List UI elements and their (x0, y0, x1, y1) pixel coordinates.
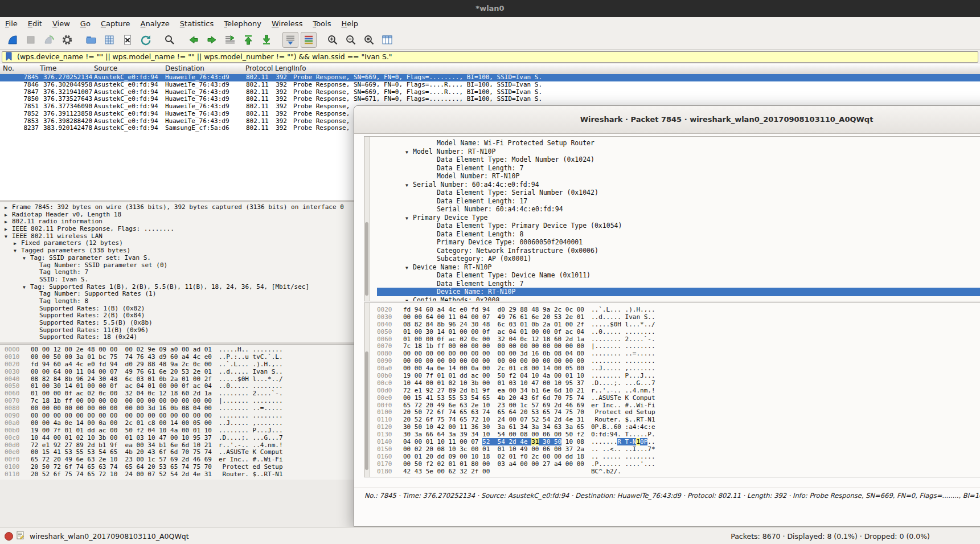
dialog-detail-scrollbar[interactable] (364, 137, 370, 301)
packet-dialog: Wireshark · Packet 7845 · wireshark_wlan… (354, 105, 980, 527)
hex-row-00b0[interactable]: 00b019 00 7f 01 01 dd ac 00 50 f2 04 10 … (377, 373, 980, 380)
dialog-bytes-scrollbar[interactable] (364, 303, 370, 477)
last-packet-icon[interactable] (259, 32, 274, 48)
column-header-info[interactable]: Info (293, 64, 306, 72)
column-header-no[interactable]: No. (3, 64, 14, 72)
hex-row-00d0[interactable]: 00d072 e1 92 27 89 2d b1 9f ea 00 34 b1 … (377, 387, 980, 395)
status-bar: wireshark_wlan0_20170908103110_A0QWqt Pa… (0, 527, 980, 544)
tree-row[interactable]: ▼Primary Device Type (377, 214, 980, 222)
next-packet-icon[interactable] (204, 32, 220, 48)
expert-info-icon[interactable] (5, 532, 13, 541)
packet-row-7846[interactable]: 7846376.302044958AsustekC_e0:fd:94Huawei… (0, 81, 980, 89)
menu-bar: FileEditViewGoCaptureAnalyzeStatisticsTe… (0, 17, 980, 30)
collapse-icon[interactable]: ▼ (14, 248, 21, 255)
tree-row[interactable]: ▼Device Name: RT-N10P (377, 263, 980, 272)
tree-row[interactable]: ▼Config Methods: 0x2008 (377, 296, 980, 302)
hex-row-0020[interactable]: 0020fd 94 60 a4 4c e0 fd 94 d0 29 88 48 … (377, 306, 980, 314)
hex-row-0150[interactable]: 015000 02 20 08 10 3c 00 01 01 10 49 00 … (377, 446, 980, 453)
zoom-in-icon[interactable] (325, 32, 341, 48)
dialog-bytes-pane: 0020fd 94 60 a4 4c e0 fd 94 d0 29 88 48 … (364, 302, 980, 477)
close-file-icon[interactable] (120, 32, 136, 48)
open-file-icon[interactable] (83, 32, 99, 48)
collapse-icon[interactable]: ▼ (405, 149, 413, 157)
packet-dialog-titlebar[interactable]: Wireshark · Packet 7845 · wireshark_wlan… (354, 106, 980, 134)
first-packet-icon[interactable] (240, 32, 256, 48)
menu-file[interactable]: File (0, 19, 23, 28)
tree-row[interactable]: Data Element Length: 8 (377, 230, 980, 239)
dialog-detail-rows: Model Name: Wi-Fi Protected Setup Router… (377, 139, 980, 301)
hex-row-00e0[interactable]: 00e000 15 41 53 55 53 54 65 4b 20 43 6f … (377, 395, 980, 402)
collapse-icon[interactable]: ▼ (5, 234, 12, 241)
menu-telephony[interactable]: Telephony (219, 19, 266, 28)
column-header-source[interactable]: Source (94, 64, 117, 72)
tree-row[interactable]: Data Element Length: 7 (377, 164, 980, 173)
tree-row[interactable]: ▼Serial Number: 60:a4:4c:e0:fd:94 (377, 181, 980, 189)
tree-row[interactable]: Data Element Length: 17 (377, 197, 980, 206)
hex-row-0030[interactable]: 003000 00 64 00 11 04 00 07 49 76 61 6e … (377, 314, 980, 321)
tree-row[interactable]: Subcategory: AP (0x0001) (377, 255, 980, 263)
hex-row-0170[interactable]: 017000 50 f2 02 01 01 80 00 03 a4 00 00 … (377, 461, 980, 468)
filter-bookmark-icon[interactable] (5, 52, 13, 63)
expand-icon[interactable]: ▶ (5, 226, 12, 234)
tree-row[interactable]: Serial Number: 60:a4:4c:e0:fd:94 (377, 205, 980, 214)
hex-row-0050[interactable]: 005001 00 30 14 01 00 00 0f ac 04 01 00 … (377, 329, 980, 336)
stop-capture-icon[interactable] (23, 32, 39, 48)
start-capture-icon[interactable] (5, 32, 20, 48)
expand-icon[interactable]: ▶ (5, 204, 12, 212)
collapse-icon[interactable]: ▼ (405, 297, 413, 302)
reload-file-icon[interactable] (138, 32, 154, 48)
tree-row[interactable]: Data Element Type: Primary Device Type (… (377, 222, 980, 230)
column-header-length[interactable]: Length (275, 64, 293, 72)
tree-row[interactable]: Device Name: RT-N10P (377, 288, 980, 296)
goto-packet-icon[interactable] (222, 32, 238, 48)
hex-row-00c0[interactable]: 00c010 44 00 01 02 10 3b 00 01 03 10 47 … (377, 380, 980, 387)
tree-row[interactable]: Primary Device Type: 00060050f2040001 (377, 238, 980, 247)
packet-row-7845[interactable]: 7845376.270252134AsustekC_e0:fd:94Huawei… (0, 74, 980, 81)
display-filter-input[interactable] (2, 51, 978, 63)
collapse-icon[interactable]: ▼ (405, 182, 413, 190)
tree-row[interactable]: Data Element Length: 7 (377, 280, 980, 288)
menu-help[interactable]: Help (336, 19, 363, 28)
menu-view[interactable]: View (47, 19, 75, 28)
window-titlebar: *wlan0 (0, 0, 980, 17)
save-file-icon[interactable] (101, 32, 117, 48)
find-packet-icon[interactable] (162, 32, 178, 48)
restart-capture-icon[interactable] (41, 32, 57, 48)
colorize-icon[interactable] (301, 32, 317, 48)
menu-statistics[interactable]: Statistics (175, 19, 219, 28)
tree-row[interactable]: Category: Network Infrastructure (0x0006… (377, 247, 980, 255)
menu-analyze[interactable]: Analyze (136, 19, 175, 28)
menu-go[interactable]: Go (75, 19, 96, 28)
menu-edit[interactable]: Edit (23, 19, 47, 28)
tree-row[interactable]: Data Element Type: Device Name (0x1011) (377, 271, 980, 280)
collapse-icon[interactable]: ▼ (23, 255, 30, 263)
collapse-icon[interactable]: ▼ (405, 264, 413, 273)
column-header-protocol[interactable]: Protocol (245, 64, 273, 72)
tree-row[interactable]: Model Number: RT-N10P (377, 172, 980, 181)
capture-comment-icon[interactable] (17, 531, 24, 541)
resize-columns-icon[interactable] (379, 32, 395, 48)
column-header-time[interactable]: Time (40, 64, 56, 72)
column-header-destination[interactable]: Destination (165, 64, 204, 72)
wireshark-window: *wlan0 FileEditViewGoCaptureAnalyzeStati… (0, 0, 980, 544)
hex-row-0180[interactable]: 018042 43 5e 00 62 32 2f 00BC^.b2/. (377, 468, 980, 476)
tree-row[interactable]: ▼Model Number: RT-N10P (377, 148, 980, 156)
packet-statistics: Packets: 8670 · Displayed: 8 (0.1%) · Dr… (731, 532, 930, 541)
auto-scroll-icon[interactable] (282, 32, 298, 48)
tree-row[interactable]: Model Name: Wi-Fi Protected Setup Router (377, 139, 980, 148)
hex-row-0040[interactable]: 004008 82 84 8b 96 24 30 48 6c 03 01 0b … (377, 321, 980, 329)
collapse-icon[interactable]: ▼ (23, 284, 30, 292)
previous-packet-icon[interactable] (186, 32, 202, 48)
zoom-out-icon[interactable] (343, 32, 359, 48)
menu-capture[interactable]: Capture (96, 19, 136, 28)
collapse-icon[interactable]: ▼ (405, 215, 413, 223)
hex-row-0140[interactable]: 014004 00 01 10 11 00 07 52 54 2d 4e 31 … (377, 439, 980, 446)
hex-row-0160[interactable]: 016000 01 20 dd 09 00 10 18 02 01 f0 2c … (377, 453, 980, 461)
tree-row[interactable]: Data Element Type: Model Number (0x1024) (377, 156, 980, 164)
zoom-reset-icon[interactable] (361, 32, 377, 48)
capture-options-icon[interactable] (59, 32, 75, 48)
tree-row[interactable]: Data Element Type: Serial Number (0x1042… (377, 189, 980, 197)
window-title: *wlan0 (475, 4, 504, 13)
menu-tools[interactable]: Tools (307, 19, 336, 28)
menu-wireless[interactable]: Wireless (266, 19, 307, 28)
